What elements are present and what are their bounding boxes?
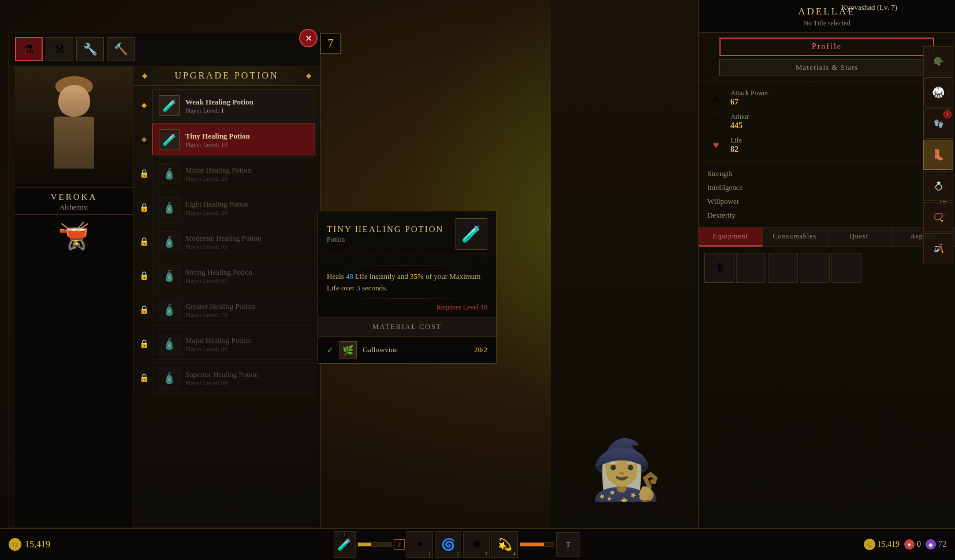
gold-coin-right-icon: G [864, 539, 875, 550]
tooltip-divider-2 [343, 298, 471, 298]
tooltip-divider [343, 266, 471, 266]
npc-head [58, 85, 90, 117]
purple-resource-display: ◆ 72 [926, 539, 946, 550]
strength-label: Strength [707, 169, 733, 178]
skill-slot-3-num: 3 [485, 551, 488, 557]
intelligence-row: Intelligence 40 ⊘ [707, 181, 946, 195]
potion-slot-icon: 🧪 [337, 537, 352, 551]
npc-class: Alchemist [18, 203, 130, 212]
potion-info-8: Superior Healing Potion Player Level: 90 [185, 370, 258, 386]
gear-slot-ring[interactable]: 💍 [923, 171, 953, 201]
lock-3: 🔒 [138, 203, 150, 212]
npc-name: VEROKA [18, 192, 130, 202]
diamond-1: ◆ [138, 135, 150, 144]
potion-info-0: Weak Healing Potion Player Level: 1 [185, 98, 253, 114]
potion-item-5[interactable]: 🧴 Strong Healing Potion Player Level: 60 [152, 260, 315, 292]
lock-6: 🔒 [138, 305, 150, 315]
hotbar-potion-slot[interactable]: 🧪 7 [334, 531, 356, 558]
tab-misc[interactable]: 🔨 [107, 37, 135, 61]
skill-slot-4-num: 4 [513, 551, 516, 557]
tab-tools[interactable]: 🔧 [76, 37, 104, 61]
panel-content: UPGRADE POTION ◆ 🧪 Weak Healing Potion P… [133, 66, 320, 397]
tab-equipment[interactable]: Equipment [699, 227, 763, 247]
tab-consumables[interactable]: Consumables [763, 227, 827, 247]
purple-resource-value: 72 [938, 540, 946, 549]
gear-slot-gloves[interactable]: ! 🧤 [923, 109, 953, 139]
potion-item-6[interactable]: 🧴 Greater Healing Potion Player Level: 7… [152, 294, 315, 326]
willpower-label: Willpower [707, 197, 739, 206]
potion-item-7[interactable]: 🧴 Major Healing Potion Player Level: 80 [152, 328, 315, 360]
potion-name-4: Moderate Healing Potion [185, 234, 261, 243]
attack-power-info: Attack Power 67 [730, 89, 769, 107]
potion-row-7: 🔒 🧴 Major Healing Potion Player Level: 8… [138, 328, 315, 360]
red-resource-value: 0 [917, 540, 921, 549]
gold-amount-right: 15,419 [878, 540, 900, 549]
potion-item-8[interactable]: 🧴 Superior Healing Potion Player Level: … [152, 362, 315, 394]
tooltip-panel: TINY HEALING POTION Potion 🧪 Heals 48 Li… [318, 211, 497, 364]
lock-7: 🔒 [138, 339, 150, 349]
potion-icon-1: 🧪 [159, 129, 180, 150]
potion-item-0[interactable]: 🧪 Weak Healing Potion Player Level: 1 [152, 89, 315, 121]
desc-end: seconds. [362, 283, 387, 292]
gear-slot-amulet[interactable]: 📿 [923, 202, 953, 232]
potion-name-2: Minor Healing Potion [185, 166, 251, 175]
skill-slot-1-num: 1 [428, 551, 431, 557]
potion-item-1[interactable]: 🧪 Tiny Healing Potion Player Level: 10 [152, 124, 315, 155]
main-stats-section: ⚔ Attack Power 67 🛡 Armor 445 ♥ Life 82 [699, 81, 955, 162]
gear-slot-legs[interactable]: 👢 [923, 140, 953, 170]
potion-list: ◆ 🧪 Weak Healing Potion Player Level: 1 … [133, 86, 320, 397]
skill-slot-2[interactable]: 🌀 2 [435, 531, 461, 558]
skill-slot-3[interactable]: ❄ 3 [463, 531, 490, 558]
char-figure: 🧙‍♀️ [583, 442, 669, 499]
potion-icon-8: 🧴 [159, 368, 180, 389]
equip-slot-empty-4[interactable] [831, 253, 861, 283]
potion-item-4[interactable]: 🧴 Moderate Healing Potion Player Level: … [152, 226, 315, 257]
armor-label: Armor [730, 113, 749, 121]
desc-value3: 3 [356, 283, 360, 292]
tab-quest[interactable]: Quest [827, 227, 891, 247]
gold-display-right: G 15,419 [864, 539, 900, 550]
cauldron-decoration: 🫕 [15, 214, 133, 257]
close-button[interactable]: ✕ [299, 29, 318, 47]
potion-item-2[interactable]: 🧴 Minor Healing Potion Player Level: 20 [152, 158, 315, 189]
red-resource-icon: ♥ [904, 539, 915, 550]
tooltip-requirement: Requires Level 10 [327, 303, 487, 312]
potion-row-4: 🔒 🧴 Moderate Healing Potion Player Level… [138, 226, 315, 257]
resource-bar [520, 542, 554, 547]
equip-slot-empty-2[interactable] [768, 253, 798, 283]
potion-level-5: Player Level: 60 [185, 277, 252, 284]
equip-slot-empty-3[interactable] [800, 253, 830, 283]
lock-8: 🔒 [138, 373, 150, 383]
potion-item-3[interactable]: 🧴 Light Healing Potion Player Level: 30 [152, 192, 315, 223]
lock-2: 🔒 [138, 169, 150, 178]
attack-power-icon: ⚔ [707, 89, 725, 107]
npc-name-area: VEROKA Alchemist [15, 187, 133, 214]
equip-slot-empty-1[interactable] [736, 253, 766, 283]
equip-slot-weapon[interactable]: 🗡 [704, 253, 734, 283]
willpower-row: Willpower 18 [707, 195, 946, 208]
potion-info-7: Major Healing Potion Player Level: 80 [185, 336, 251, 352]
life-label: Life [730, 136, 742, 145]
potion-icon-5: 🧴 [159, 266, 180, 286]
potion-name-5: Strong Healing Potion [185, 268, 252, 277]
potion-level-8: Player Level: 90 [185, 379, 258, 386]
potion-icon-2: 🧴 [159, 163, 180, 184]
skill-slot-1[interactable]: ✦ 1 [406, 531, 433, 558]
attack-power-value: 67 [730, 98, 769, 107]
gear-slot-helm[interactable]: 🪖 [923, 46, 953, 76]
npc-body [54, 117, 94, 169]
profile-button[interactable]: Profile [719, 38, 935, 56]
skill-slot-4[interactable]: 💫 4 [491, 531, 518, 558]
materials-stats-button[interactable]: Materials & Stats [719, 59, 935, 76]
potion-name-8: Superior Healing Potion [185, 370, 258, 379]
desc-value2: 35% [410, 272, 424, 281]
tab-potion[interactable]: ⚗ [15, 37, 43, 61]
potion-icon-6: 🧴 [159, 300, 180, 320]
lock-4: 🔒 [138, 237, 150, 247]
dexterity-row: Dexterity 33 [707, 208, 946, 222]
gear-slot-chest[interactable]: 🥋 [923, 77, 953, 107]
t-slot[interactable]: T [556, 532, 580, 557]
gear-slot-offhand[interactable]: 🪃 [923, 233, 953, 263]
tab-craft[interactable]: ⚒ [46, 37, 73, 61]
potion-row-0: ◆ 🧪 Weak Healing Potion Player Level: 1 [138, 89, 315, 121]
